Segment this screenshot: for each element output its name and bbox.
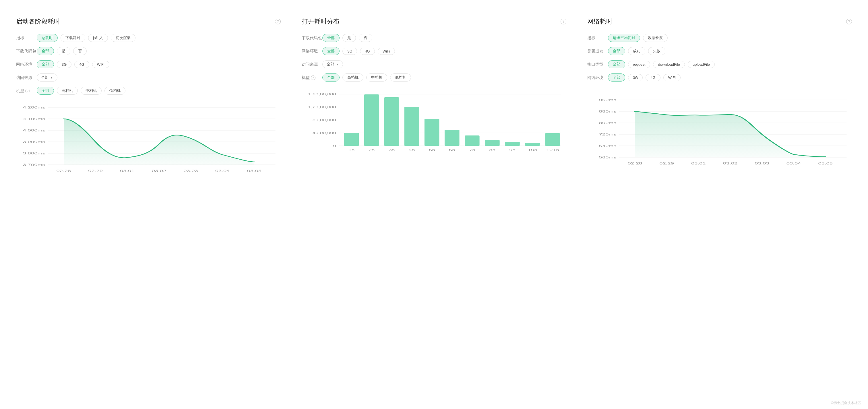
tag-network-all-open[interactable]: 全部 xyxy=(322,47,340,55)
page-container: 启动各阶段耗时 ? 指标 总耗时 下载耗时 js注入 初次渲染 下载代码包 全部… xyxy=(0,0,868,409)
svg-text:3,900ms: 3,900ms xyxy=(23,140,45,144)
tag-device-all-open[interactable]: 全部 xyxy=(322,73,340,82)
help-icon-open-time[interactable]: ? xyxy=(561,19,566,24)
filter-tags-api-type: 全部 request downloadFile uploadFile xyxy=(608,60,715,68)
help-icon-startup[interactable]: ? xyxy=(275,19,281,24)
svg-text:880ms: 880ms xyxy=(599,109,617,113)
tag-first-render[interactable]: 初次渲染 xyxy=(111,34,135,42)
tag-dl-no-open[interactable]: 否 xyxy=(359,34,372,42)
tag-device-low-startup[interactable]: 低档机 xyxy=(104,87,125,95)
svg-text:6s: 6s xyxy=(449,148,455,152)
help-icon-device-startup[interactable]: ? xyxy=(25,89,30,93)
filter-row-network-network: 网络环境 全部 3G 4G WiFi xyxy=(587,73,852,82)
filter-tags-network-open: 全部 3G 4G WiFi xyxy=(322,47,395,55)
tag-device-mid-open[interactable]: 中档机 xyxy=(366,73,387,82)
panel-title-open-time: 打开耗时分布 xyxy=(302,17,340,26)
tag-total-time[interactable]: 总耗时 xyxy=(37,34,58,42)
filter-tags-download-startup: 全部 是 否 xyxy=(37,47,87,55)
svg-rect-39 xyxy=(545,133,560,146)
tag-avg-time[interactable]: 请求平均耗时 xyxy=(608,34,640,42)
tag-api-download[interactable]: downloadFile xyxy=(653,61,685,68)
filter-tags-download-open: 全部 是 否 xyxy=(322,34,372,42)
filter-label-download-startup: 下载代码包 xyxy=(16,47,37,54)
tag-device-low-open[interactable]: 低档机 xyxy=(390,73,411,82)
tag-network-4g-startup[interactable]: 4G xyxy=(74,61,89,68)
filter-label-api-type: 接口类型 xyxy=(587,60,608,67)
svg-text:560ms: 560ms xyxy=(599,156,617,159)
filter-row-device-startup: 机型 ? 全部 高档机 中档机 低档机 xyxy=(16,87,281,95)
tag-dl-yes-open[interactable]: 是 xyxy=(342,34,356,42)
panel-network: 网络耗时 ? 指标 请求平均耗时 数据长度 是否成功 全部 成功 失败 接口类型… xyxy=(577,9,862,400)
svg-text:2s: 2s xyxy=(369,148,375,152)
tag-network-4g-open[interactable]: 4G xyxy=(360,48,375,55)
tag-download-time[interactable]: 下载耗时 xyxy=(61,34,85,42)
chart-network: 960ms 880ms 800ms 720ms 640ms 560ms 02.2… xyxy=(587,94,852,169)
tag-dl-all-open[interactable]: 全部 xyxy=(322,34,340,42)
filter-row-network-startup: 网络环境 全部 3G 4G WiFi xyxy=(16,60,281,68)
svg-text:4s: 4s xyxy=(409,148,415,152)
svg-rect-32 xyxy=(404,107,420,146)
tag-download-yes[interactable]: 是 xyxy=(57,47,70,55)
svg-text:3,800ms: 3,800ms xyxy=(23,152,45,155)
tag-network-4g-net[interactable]: 4G xyxy=(646,74,660,81)
tag-data-length[interactable]: 数据长度 xyxy=(643,34,668,42)
svg-text:02.28: 02.28 xyxy=(628,162,642,165)
tag-success-yes[interactable]: 成功 xyxy=(628,47,645,55)
svg-text:80,00,000: 80,00,000 xyxy=(313,119,336,122)
tag-device-all-startup[interactable]: 全部 xyxy=(37,87,54,95)
tag-api-request[interactable]: request xyxy=(628,61,650,68)
tag-api-all[interactable]: 全部 xyxy=(608,60,625,68)
tag-device-mid-startup[interactable]: 中档机 xyxy=(81,87,102,95)
svg-rect-36 xyxy=(485,140,500,146)
help-icon-device-open[interactable]: ? xyxy=(311,75,315,80)
svg-text:02.28: 02.28 xyxy=(57,169,71,172)
svg-rect-35 xyxy=(465,135,479,146)
tag-network-3g-open[interactable]: 3G xyxy=(342,48,357,55)
svg-text:960ms: 960ms xyxy=(599,98,617,102)
dropdown-arrow-source-open: ▼ xyxy=(336,63,339,66)
tag-network-all-net[interactable]: 全部 xyxy=(608,73,625,82)
svg-text:800ms: 800ms xyxy=(599,121,617,125)
filter-label-device-startup: 机型 ? xyxy=(16,87,37,94)
svg-text:03.01: 03.01 xyxy=(120,169,135,172)
tag-network-wifi-open[interactable]: WiFi xyxy=(378,48,395,55)
svg-text:03.01: 03.01 xyxy=(691,162,706,165)
svg-text:03.03: 03.03 xyxy=(183,169,198,172)
svg-text:4,000ms: 4,000ms xyxy=(23,129,45,132)
filter-label-download-open: 下载代码包 xyxy=(302,34,322,41)
tag-network-all-startup[interactable]: 全部 xyxy=(37,60,54,68)
tag-success-all[interactable]: 全部 xyxy=(608,47,625,55)
filter-label-device-open: 机型 ? xyxy=(302,73,322,81)
tag-device-high-open[interactable]: 高档机 xyxy=(342,73,363,82)
filter-row-download-open: 下载代码包 全部 是 否 xyxy=(302,34,566,42)
tag-js-inject[interactable]: js注入 xyxy=(88,34,108,42)
svg-rect-38 xyxy=(525,143,540,146)
tag-network-wifi-net[interactable]: WiFi xyxy=(663,74,681,81)
tag-api-upload[interactable]: uploadFile xyxy=(688,61,715,68)
tag-network-3g-startup[interactable]: 3G xyxy=(57,61,71,68)
tag-network-3g-net[interactable]: 3G xyxy=(628,74,643,81)
help-icon-network[interactable]: ? xyxy=(846,19,852,24)
tag-network-wifi-startup[interactable]: WiFi xyxy=(92,61,110,68)
chart-svg-network: 960ms 880ms 800ms 720ms 640ms 560ms 02.2… xyxy=(587,94,852,169)
source-value-open: 全部 xyxy=(327,62,334,67)
svg-text:02.29: 02.29 xyxy=(659,162,674,165)
source-dropdown-startup[interactable]: 全部 ▼ xyxy=(37,73,57,82)
dropdown-arrow-source-startup: ▼ xyxy=(50,76,53,79)
filter-row-device-open: 机型 ? 全部 高档机 中档机 低档机 xyxy=(302,73,566,82)
svg-text:0: 0 xyxy=(333,145,336,148)
panel-startup: 启动各阶段耗时 ? 指标 总耗时 下载耗时 js注入 初次渲染 下载代码包 全部… xyxy=(6,9,291,400)
source-dropdown-open[interactable]: 全部 ▼ xyxy=(322,60,343,68)
filter-label-network-startup: 网络环境 xyxy=(16,60,37,67)
filter-label-source-startup: 访问来源 xyxy=(16,73,37,81)
svg-rect-34 xyxy=(445,130,460,146)
filter-tags-metric-startup: 总耗时 下载耗时 js注入 初次渲染 xyxy=(37,34,135,42)
svg-text:3,700ms: 3,700ms xyxy=(23,163,45,166)
chart-svg-open-time: 1,60,00,000 1,20,00,000 80,00,000 40,00,… xyxy=(302,88,566,163)
tag-device-high-startup[interactable]: 高档机 xyxy=(57,87,78,95)
tag-download-all[interactable]: 全部 xyxy=(37,47,54,55)
filter-row-api-type: 接口类型 全部 request downloadFile uploadFile xyxy=(587,60,852,68)
svg-text:10+s: 10+s xyxy=(546,148,559,152)
tag-success-no[interactable]: 失败 xyxy=(648,47,665,55)
tag-download-no[interactable]: 否 xyxy=(73,47,87,55)
